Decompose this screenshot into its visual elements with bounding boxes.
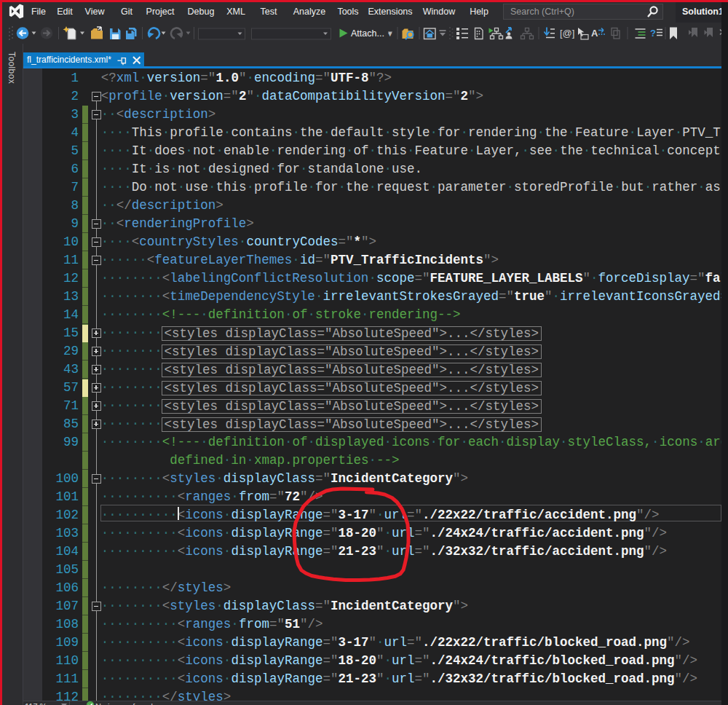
svg-text:A: A (591, 28, 598, 39)
svg-text:?: ? (650, 28, 656, 39)
svg-text:[@]: [@] (560, 28, 574, 39)
